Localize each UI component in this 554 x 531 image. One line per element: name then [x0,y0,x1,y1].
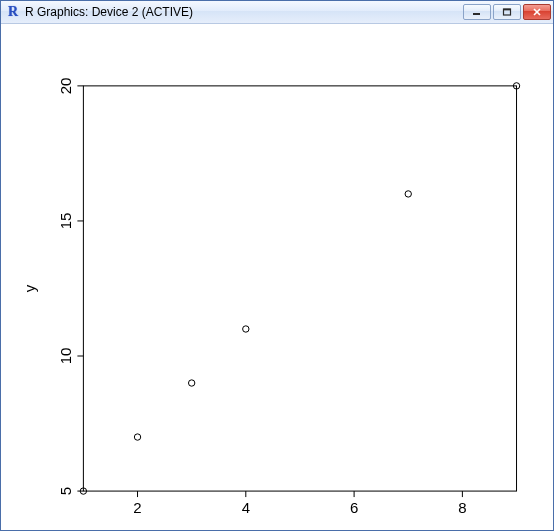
data-point [134,434,140,440]
plot-frame [83,86,516,491]
y-tick-label: 5 [57,487,74,495]
x-tick-label: 8 [458,499,466,516]
data-point [243,326,249,332]
data-point [405,191,411,197]
window-title: R Graphics: Device 2 (ACTIVE) [25,5,463,19]
window-controls [463,4,551,20]
app-window: R R Graphics: Device 2 (ACTIVE) 24685101… [0,0,554,531]
y-tick-label: 15 [57,213,74,230]
maximize-button[interactable] [493,4,521,20]
x-tick-label: 6 [350,499,358,516]
x-tick-label: 2 [133,499,141,516]
plot-area: 24685101520y [1,24,553,530]
data-point [188,380,194,386]
close-button[interactable] [523,4,551,20]
x-tick-label: 4 [242,499,250,516]
y-tick-label: 20 [57,78,74,95]
minimize-button[interactable] [463,4,491,20]
scatter-plot: 24685101520y [1,24,553,530]
title-bar[interactable]: R R Graphics: Device 2 (ACTIVE) [1,1,553,24]
y-tick-label: 10 [57,348,74,365]
y-axis-label: y [21,284,38,292]
app-icon: R [5,4,21,20]
